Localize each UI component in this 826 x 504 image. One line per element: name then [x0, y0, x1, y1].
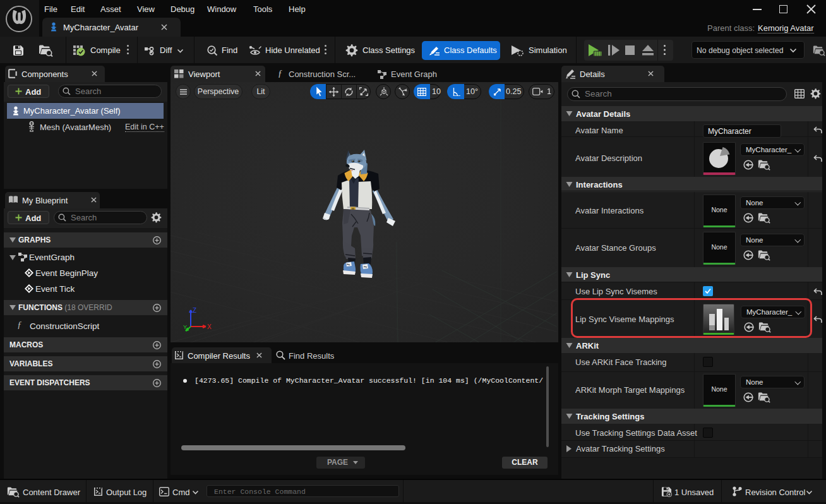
svg-text:Y: Y — [183, 324, 187, 330]
svg-text:X: X — [207, 323, 212, 330]
svg-text:Z: Z — [193, 307, 196, 314]
